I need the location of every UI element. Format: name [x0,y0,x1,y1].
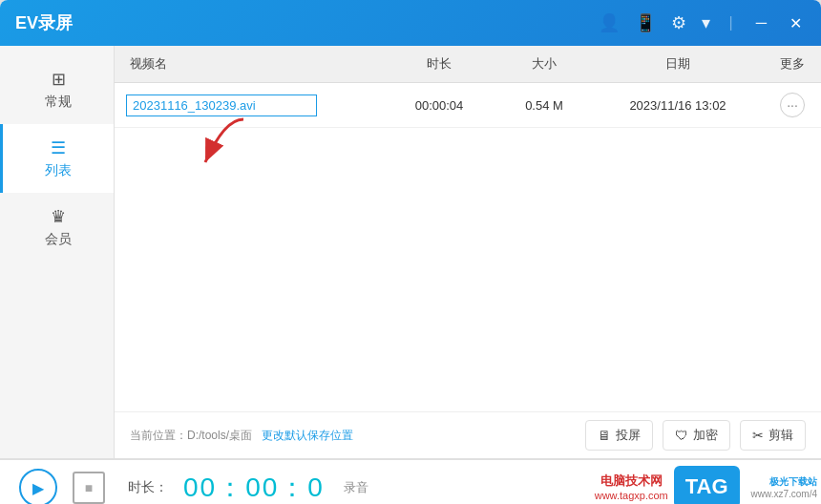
sidebar-item-member[interactable]: ♛ 会员 [0,193,114,262]
app-title: EV录屏 [15,11,599,34]
list-icon: ☰ [51,137,66,158]
project-button[interactable]: 🖥 投屏 [585,420,653,451]
jiguang-label: 极光下载站 [769,475,817,489]
clip-label: 剪辑 [768,427,793,444]
clip-icon: ✂ [752,428,764,443]
user-icon[interactable]: 👤 [599,12,620,33]
action-buttons: 🖥 投屏 🛡 加密 ✂ 剪辑 [585,420,806,451]
clip-button[interactable]: ✂ 剪辑 [740,420,806,451]
grid-icon: ⊞ [52,69,66,90]
play-icon: ▶ [32,479,44,497]
col-date: 日期 [592,46,764,82]
cell-more: ··· [764,83,821,127]
filename-input[interactable] [126,94,317,116]
col-filename: 视频名 [115,46,382,82]
timer-display: 00：00：0 [183,470,325,504]
stop-icon: ■ [85,480,93,495]
main-panel: 视频名 时长 大小 日期 更多 00:00:04 0.54 M 2023/11/… [115,46,821,458]
site-url: www.tagxp.com [595,490,668,501]
sidebar: ⊞ 常规 ☰ 列表 ♛ 会员 [0,46,115,458]
tag-label: TAG [685,474,728,499]
sidebar-item-general[interactable]: ⊞ 常规 [0,55,114,124]
settings-icon[interactable]: ⚙ [671,12,686,33]
table-row: 00:00:04 0.54 M 2023/11/16 13:02 ··· [115,83,821,128]
content-area: ⊞ 常规 ☰ 列表 ♛ 会员 视频名 时长 大小 日期 更多 [0,46,821,458]
cell-date: 2023/11/16 13:02 [592,89,764,122]
project-icon: 🖥 [598,428,611,443]
main-window: EV录屏 👤 📱 ⚙ ▾ | ─ ✕ ⊞ 常规 ☰ 列表 ♛ 会员 [0,0,821,458]
encrypt-label: 加密 [693,427,718,444]
sidebar-label-list: 列表 [45,162,72,179]
close-button[interactable]: ✕ [786,12,806,34]
play-button[interactable]: ▶ [19,469,57,504]
encrypt-icon: 🛡 [675,428,688,443]
table-body: 00:00:04 0.54 M 2023/11/16 13:02 ··· [115,83,821,411]
timer-value: 00：00：0 [183,472,325,502]
tag-badge: TAG [674,466,740,504]
dropdown-icon[interactable]: ▾ [702,12,710,33]
status-location: 当前位置：D:/tools/桌面 更改默认保存位置 [130,428,353,444]
site-name: 电脑技术网 [600,472,663,490]
titlebar: EV录屏 👤 📱 ⚙ ▾ | ─ ✕ [0,0,821,46]
record-status: 录音 [344,479,368,496]
change-location-link[interactable]: 更改默认保存位置 [262,429,353,442]
jiguang-url: www.xz7.com/4 [751,489,817,499]
status-bar: 当前位置：D:/tools/桌面 更改默认保存位置 🖥 投屏 🛡 加密 ✂ [115,411,821,458]
duration-label: 时长： [128,479,168,496]
sidebar-label-general: 常规 [45,94,72,111]
cell-duration: 00:00:04 [382,89,496,122]
project-label: 投屏 [616,427,641,444]
col-size: 大小 [496,46,592,82]
table-area: 视频名 时长 大小 日期 更多 00:00:04 0.54 M 2023/11/… [115,46,821,411]
col-more: 更多 [764,46,821,82]
more-button[interactable]: ··· [780,93,805,117]
col-duration: 时长 [382,46,496,82]
bottom-decoration: 电脑技术网 www.tagxp.com TAG 极光下载站 www.xz7.co… [573,458,821,504]
sidebar-item-list[interactable]: ☰ 列表 [0,124,114,193]
cell-size: 0.54 M [496,89,592,122]
minimize-button[interactable]: ─ [752,12,770,33]
location-text: 当前位置：D:/tools/桌面 [130,429,252,442]
stop-button[interactable]: ■ [73,472,105,504]
titlebar-icons: 👤 📱 ⚙ ▾ | ─ ✕ [599,12,807,34]
table-header: 视频名 时长 大小 日期 更多 [115,46,821,83]
cell-filename[interactable] [115,87,382,124]
mobile-icon[interactable]: 📱 [635,12,656,33]
sidebar-label-member: 会员 [45,231,72,248]
bottom-bar: ▶ ■ 时长： 00：00：0 录音 电脑技术网 www.tagxp.com T… [0,458,821,504]
encrypt-button[interactable]: 🛡 加密 [663,420,730,451]
crown-icon: ♛ [51,206,66,227]
